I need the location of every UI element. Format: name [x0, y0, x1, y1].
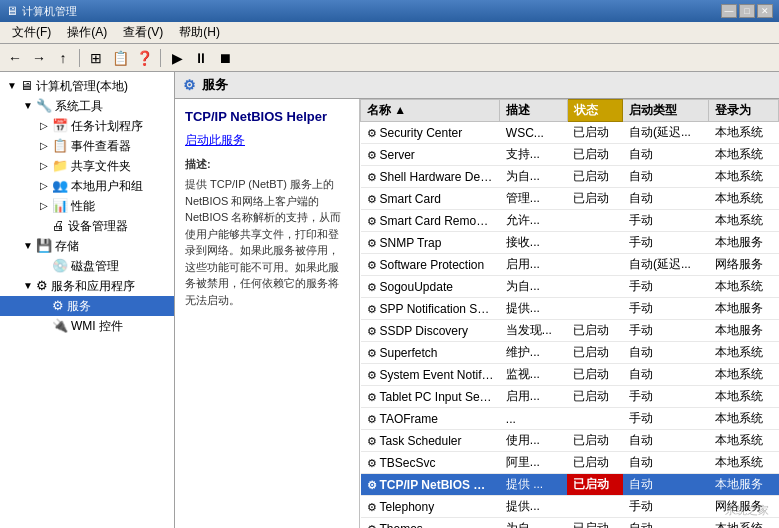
service-starttype-cell: 自动 — [623, 166, 709, 188]
shared-icon: 📁 — [52, 157, 68, 175]
close-button[interactable]: ✕ — [757, 4, 773, 18]
watermark: 系统之家 — [725, 503, 769, 518]
service-desc-cell: 当发现... — [500, 320, 567, 342]
service-row-icon: ⚙ — [367, 347, 377, 359]
table-row[interactable]: ⚙Smart Card Removal Policy允许...手动本地系统 — [361, 210, 779, 232]
help-toolbar-button[interactable]: ❓ — [133, 47, 155, 69]
tree-event-viewer[interactable]: ▷ 📋 事件查看器 — [0, 136, 174, 156]
service-name-cell: ⚙Smart Card Removal Policy — [361, 210, 500, 232]
menu-action[interactable]: 操作(A) — [59, 22, 115, 43]
tree-storage[interactable]: ▼ 💾 存储 — [0, 236, 174, 256]
col-logon[interactable]: 登录为 — [709, 100, 779, 122]
service-starttype-cell: 自动(延迟... — [623, 254, 709, 276]
service-status-cell — [567, 408, 623, 430]
service-row-icon: ⚙ — [367, 281, 377, 293]
col-desc[interactable]: 描述 — [500, 100, 567, 122]
table-row[interactable]: ⚙SPP Notification Service提供...手动本地服务 — [361, 298, 779, 320]
desc-text: 提供 TCP/IP (NetBT) 服务上的 NetBIOS 和网络上客户端的 … — [185, 176, 349, 308]
properties-button[interactable]: 📋 — [109, 47, 131, 69]
table-row[interactable]: ⚙TCP/IP NetBIOS Helper提供 ...已启动自动本地服务 — [361, 474, 779, 496]
service-name-cell: ⚙Smart Card — [361, 188, 500, 210]
minimize-button[interactable]: — — [721, 4, 737, 18]
service-starttype-cell: 自动 — [623, 518, 709, 529]
menu-file[interactable]: 文件(F) — [4, 22, 59, 43]
service-desc-cell: 使用... — [500, 430, 567, 452]
forward-button[interactable]: → — [28, 47, 50, 69]
table-row[interactable]: ⚙TBSecSvc阿里...已启动自动本地系统 — [361, 452, 779, 474]
service-name-cell: ⚙Telephony — [361, 496, 500, 518]
table-row[interactable]: ⚙Security CenterWSC...已启动自动(延迟...本地系统 — [361, 122, 779, 144]
tree-performance[interactable]: ▷ 📊 性能 — [0, 196, 174, 216]
storage-icon: 💾 — [36, 237, 52, 255]
table-row[interactable]: ⚙Smart Card管理...已启动自动本地系统 — [361, 188, 779, 210]
stop-button[interactable]: ⏹ — [214, 47, 236, 69]
service-logon-cell: 本地系统 — [709, 188, 779, 210]
col-starttype[interactable]: 启动类型 — [623, 100, 709, 122]
service-row-icon: ⚙ — [367, 413, 377, 425]
service-row-icon: ⚙ — [367, 259, 377, 271]
service-desc-cell: 启用... — [500, 254, 567, 276]
table-row[interactable]: ⚙Shell Hardware Detection为自...已启动自动本地系统 — [361, 166, 779, 188]
back-button[interactable]: ← — [4, 47, 26, 69]
table-row[interactable]: ⚙Task Scheduler使用...已启动自动本地系统 — [361, 430, 779, 452]
services-title: 服务 — [202, 76, 228, 94]
service-desc-cell: 提供... — [500, 496, 567, 518]
service-status-cell: 已启动 — [567, 386, 623, 408]
table-row[interactable]: ⚙SSDP Discovery当发现...已启动手动本地服务 — [361, 320, 779, 342]
service-row-icon: ⚙ — [367, 193, 377, 205]
start-service-link[interactable]: 启动此服务 — [185, 132, 349, 149]
show-hide-button[interactable]: ⊞ — [85, 47, 107, 69]
play-button[interactable]: ▶ — [166, 47, 188, 69]
service-logon-cell: 本地服务 — [709, 474, 779, 496]
maximize-button[interactable]: □ — [739, 4, 755, 18]
service-logon-cell: 本地系统 — [709, 166, 779, 188]
selected-service-name: TCP/IP NetBIOS Helper — [185, 109, 349, 124]
expand-root: ▼ — [4, 78, 20, 94]
service-desc-cell: 监视... — [500, 364, 567, 386]
tree-device-manager[interactable]: 🖨 设备管理器 — [0, 216, 174, 236]
app-icon: 🖥 — [6, 4, 18, 18]
root-icon: 🖥 — [20, 77, 33, 95]
menu-view[interactable]: 查看(V) — [115, 22, 171, 43]
event-icon: 📋 — [52, 137, 68, 155]
tree-task-scheduler[interactable]: ▷ 📅 任务计划程序 — [0, 116, 174, 136]
table-row[interactable]: ⚙Telephony提供...手动网络服务 — [361, 496, 779, 518]
content-area: TCP/IP NetBIOS Helper 启动此服务 描述: 提供 TCP/I… — [175, 99, 779, 528]
table-row[interactable]: ⚙Tablet PC Input Service启用...已启动手动本地系统 — [361, 386, 779, 408]
service-name-cell: ⚙Shell Hardware Detection — [361, 166, 500, 188]
tree-services-apps[interactable]: ▼ ⚙ 服务和应用程序 — [0, 276, 174, 296]
tree-root[interactable]: ▼ 🖥 计算机管理(本地) — [0, 76, 174, 96]
service-status-cell: 已启动 — [567, 364, 623, 386]
table-row[interactable]: ⚙SogouUpdate为自...手动本地系统 — [361, 276, 779, 298]
table-row[interactable]: ⚙Software Protection启用...自动(延迟...网络服务 — [361, 254, 779, 276]
table-row[interactable]: ⚙Themes为自...已启动自动本地系统 — [361, 518, 779, 529]
expand-event: ▷ — [36, 138, 52, 154]
tree-wmi[interactable]: 🔌 WMI 控件 — [0, 316, 174, 336]
table-row[interactable]: ⚙TAOFrame...手动本地系统 — [361, 408, 779, 430]
expand-svc — [36, 298, 52, 314]
tree-disk-mgmt[interactable]: 💿 磁盘管理 — [0, 256, 174, 276]
table-row[interactable]: ⚙Server支持...已启动自动本地系统 — [361, 144, 779, 166]
tree-local-users[interactable]: ▷ 👥 本地用户和组 — [0, 176, 174, 196]
col-name[interactable]: 名称 ▲ — [361, 100, 500, 122]
pause-button[interactable]: ⏸ — [190, 47, 212, 69]
service-starttype-cell: 手动 — [623, 210, 709, 232]
service-starttype-cell: 手动 — [623, 386, 709, 408]
service-desc-cell: WSC... — [500, 122, 567, 144]
up-button[interactable]: ↑ — [52, 47, 74, 69]
left-tree-panel: ▼ 🖥 计算机管理(本地) ▼ 🔧 系统工具 ▷ 📅 任务计划程序 ▷ 📋 事件… — [0, 72, 175, 528]
service-name-cell: ⚙Task Scheduler — [361, 430, 500, 452]
table-row[interactable]: ⚙Superfetch维护...已启动自动本地系统 — [361, 342, 779, 364]
service-logon-cell: 本地系统 — [709, 518, 779, 529]
main-container: ▼ 🖥 计算机管理(本地) ▼ 🔧 系统工具 ▷ 📅 任务计划程序 ▷ 📋 事件… — [0, 72, 779, 528]
service-status-cell: 已启动 — [567, 430, 623, 452]
service-name-cell: ⚙TAOFrame — [361, 408, 500, 430]
tree-system-tools[interactable]: ▼ 🔧 系统工具 — [0, 96, 174, 116]
table-row[interactable]: ⚙System Event Notification Service监视...已… — [361, 364, 779, 386]
col-status[interactable]: 状态 — [567, 100, 623, 122]
table-row[interactable]: ⚙SNMP Trap接收...手动本地服务 — [361, 232, 779, 254]
tree-services[interactable]: ⚙ 服务 — [0, 296, 174, 316]
service-name-cell: ⚙Software Protection — [361, 254, 500, 276]
tree-shared-folders[interactable]: ▷ 📁 共享文件夹 — [0, 156, 174, 176]
menu-help[interactable]: 帮助(H) — [171, 22, 228, 43]
